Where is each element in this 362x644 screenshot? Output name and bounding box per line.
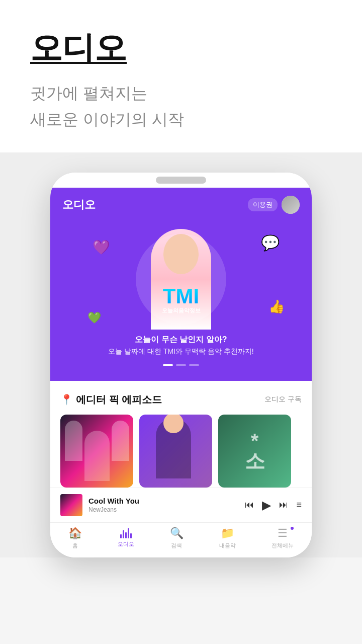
card-3-content: *소 xyxy=(218,415,291,488)
episode-card-3[interactable]: *소 xyxy=(218,415,291,488)
pin-icon: 📍 xyxy=(60,394,73,405)
play-button[interactable]: ▶ xyxy=(262,498,271,512)
content-area: 📍에디터 픽 에피소드 오디오 구독 xyxy=(50,381,312,488)
app-header: 오디오 이용권 xyxy=(50,188,312,214)
episode-cards: *소 xyxy=(60,415,302,488)
section-header: 📍에디터 픽 에피소드 오디오 구독 xyxy=(60,393,302,407)
search-icon: 🔍 xyxy=(170,527,184,540)
card-2-content xyxy=(139,415,212,488)
heart2-icon: 💚 xyxy=(87,311,101,325)
episode-card-2[interactable] xyxy=(139,415,212,488)
nav-item-menu[interactable]: ☰ 전체메뉴 xyxy=(272,527,294,549)
player-thumbnail xyxy=(60,494,82,516)
nav-item-music[interactable]: 📁 내음악 xyxy=(219,527,236,549)
phone-top-bar xyxy=(50,173,312,188)
section-title: 📍에디터 픽 에피소드 xyxy=(60,393,162,407)
player-bar: Cool With You NewJeans ⏮ ▶ ⏭ ≡ xyxy=(50,488,312,522)
figure-2 xyxy=(84,431,110,481)
page-subtitle: 귓가에 펼쳐지는 새로운 이야기의 시작 xyxy=(30,80,332,132)
section-link[interactable]: 오디오 구독 xyxy=(264,395,302,404)
tmi-bubble: TMI 오늘의음악정보 xyxy=(136,234,226,325)
prev-button[interactable]: ⏮ xyxy=(245,500,254,510)
playlist-button[interactable]: ≡ xyxy=(296,500,302,510)
nav-label-audio: 오디오 xyxy=(118,540,134,548)
dot-1 xyxy=(163,364,173,366)
page-title: 오디오 xyxy=(30,30,332,65)
next-button[interactable]: ⏭ xyxy=(279,500,288,510)
player-controls: ⏮ ▶ ⏭ ≡ xyxy=(245,498,302,512)
figure-1 xyxy=(65,421,82,461)
bottom-nav: 🏠 홈 오디오 🔍 검색 📁 내음악 xyxy=(50,522,312,557)
player-info: Cool With You NewJeans xyxy=(88,497,239,513)
episode-card-1[interactable] xyxy=(60,415,133,488)
figure-3 xyxy=(112,421,129,461)
nature-text: *소 xyxy=(245,431,265,471)
banner-image: 💜 💬 👍 💚 TMI 오늘의음악정보 xyxy=(62,224,300,335)
app-logo: 오디오 xyxy=(62,197,96,212)
dot-3 xyxy=(189,364,199,366)
heart-icon: 💜 xyxy=(93,239,110,256)
banner-area: 💜 💬 👍 💚 TMI 오늘의음악정보 오늘이 무슨 날인지 알아? 오늘 날짜… xyxy=(50,214,312,381)
audio-icon xyxy=(120,528,132,538)
player-artist: NewJeans xyxy=(88,506,239,513)
nav-item-home[interactable]: 🏠 홈 xyxy=(68,527,82,549)
nav-label-music: 내음악 xyxy=(219,542,236,549)
card-1-content xyxy=(60,415,133,488)
tmi-subtitle: 오늘의음악정보 xyxy=(162,307,201,314)
player-title: Cool With You xyxy=(88,497,239,505)
group-figures xyxy=(65,421,129,481)
nav-label-menu: 전체메뉴 xyxy=(272,542,294,549)
nav-item-audio[interactable]: 오디오 xyxy=(118,528,134,548)
phone-area: 오디오 이용권 💜 💬 👍 💚 xyxy=(0,152,362,557)
banner-desc: 오늘 날짜에 대한 TMI와 무맥락 음악 추천까지! xyxy=(108,347,253,356)
man-container xyxy=(156,418,196,484)
home-icon: 🏠 xyxy=(68,527,82,540)
man-body xyxy=(156,418,191,478)
chat-icon: 💬 xyxy=(261,234,280,252)
dots-indicator xyxy=(163,364,199,366)
man-head xyxy=(163,415,184,434)
user-badge[interactable]: 이용권 xyxy=(248,198,278,211)
nav-label-search: 검색 xyxy=(171,542,182,549)
page-header: 오디오 귓가에 펼쳐지는 새로운 이야기의 시작 xyxy=(0,0,362,152)
phone-mockup: 오디오 이용권 💜 💬 👍 💚 xyxy=(50,173,312,557)
app-header-right: 이용권 xyxy=(248,196,300,214)
avatar[interactable] xyxy=(282,196,300,214)
avatar-image xyxy=(282,196,300,214)
phone-notch xyxy=(156,177,206,184)
thumbs-icon: 👍 xyxy=(268,299,285,314)
nav-label-home: 홈 xyxy=(72,542,78,549)
menu-dot xyxy=(291,527,294,530)
menu-icon: ☰ xyxy=(278,527,288,540)
nav-item-search[interactable]: 🔍 검색 xyxy=(170,527,184,549)
music-icon: 📁 xyxy=(221,527,234,540)
banner-title: 오늘이 무슨 날인지 알아? xyxy=(135,335,227,345)
tmi-title: TMI xyxy=(163,286,199,307)
dot-2 xyxy=(176,364,186,366)
